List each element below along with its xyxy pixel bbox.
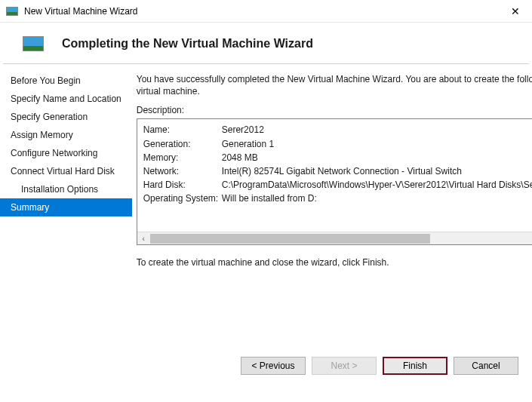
value-generation: Generation 1 [222,138,274,150]
next-button: Next > [312,357,377,375]
row-name: Name: Serer2012 [143,124,532,136]
finish-button[interactable]: Finish [383,357,447,375]
description-box: Name: Serer2012 Generation: Generation 1… [137,118,532,245]
finish-instruction: To create the virtual machine and close … [137,257,532,268]
row-os: Operating System: Will be installed from… [143,192,532,204]
sidebar-item-connect-vhd[interactable]: Connect Virtual Hard Disk [0,162,132,180]
label-memory: Memory: [143,152,222,164]
footer: < Previous Next > Finish Cancel [0,328,532,375]
value-memory: 2048 MB [222,152,258,164]
label-os: Operating System: [143,192,222,204]
page-title: Completing the New Virtual Machine Wizar… [62,37,313,51]
sidebar-item-configure-networking[interactable]: Configure Networking [0,144,132,162]
sidebar-item-before-you-begin[interactable]: Before You Begin [0,72,132,90]
body: Before You Begin Specify Name and Locati… [0,64,532,328]
main-panel: You have successfully completed the New … [132,64,532,328]
label-harddisk: Hard Disk: [143,179,222,191]
close-icon[interactable]: ✕ [505,2,526,20]
row-memory: Memory: 2048 MB [143,152,532,164]
row-generation: Generation: Generation 1 [143,138,532,150]
app-icon [6,7,18,16]
sidebar: Before You Begin Specify Name and Locati… [0,64,132,328]
intro-text: You have successfully completed the New … [137,73,532,97]
row-network: Network: Intel(R) 82574L Gigabit Network… [143,165,532,177]
sidebar-item-specify-name[interactable]: Specify Name and Location [0,90,132,108]
previous-button[interactable]: < Previous [241,357,306,375]
description-label: Description: [137,105,532,115]
sidebar-item-summary[interactable]: Summary [0,198,132,216]
value-os: Will be installed from D: [222,192,317,204]
wizard-icon [23,36,44,51]
value-harddisk: C:\ProgramData\Microsoft\Windows\Hyper-V… [222,179,532,191]
horizontal-scrollbar[interactable]: ‹ › [137,232,532,244]
sidebar-item-assign-memory[interactable]: Assign Memory [0,126,132,144]
wizard-header: Completing the New Virtual Machine Wizar… [0,23,532,63]
label-name: Name: [143,124,222,136]
cancel-button[interactable]: Cancel [454,357,518,375]
scroll-left-icon[interactable]: ‹ [137,232,150,245]
value-network: Intel(R) 82574L Gigabit Network Connecti… [222,165,462,177]
label-network: Network: [143,165,222,177]
row-harddisk: Hard Disk: C:\ProgramData\Microsoft\Wind… [143,179,532,191]
titlebar: New Virtual Machine Wizard ✕ [0,0,532,23]
value-name: Serer2012 [222,124,264,136]
window-title: New Virtual Machine Wizard [24,6,505,17]
description-content: Name: Serer2012 Generation: Generation 1… [137,119,532,207]
label-generation: Generation: [143,138,222,150]
sidebar-item-installation-options[interactable]: Installation Options [0,180,132,198]
sidebar-item-specify-generation[interactable]: Specify Generation [0,108,132,126]
scroll-thumb[interactable] [150,234,430,244]
scroll-track[interactable] [150,232,532,245]
